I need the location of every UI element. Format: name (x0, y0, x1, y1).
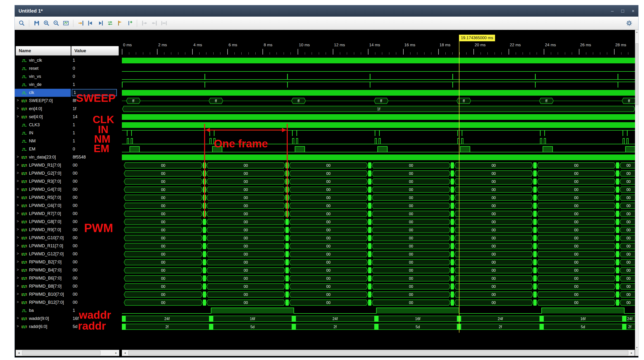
name-column-header[interactable]: Name (16, 46, 71, 55)
svg-text:00: 00 (492, 260, 496, 264)
expand-chevron-icon[interactable]: > (17, 203, 19, 207)
signal-row[interactable]: >LPWMD_R3[7:0]00 (15, 178, 121, 186)
expand-chevron-icon[interactable]: > (17, 324, 19, 329)
value-column-header[interactable]: Value (71, 46, 119, 55)
cursor-time-label[interactable]: 19.174365000 ms (459, 35, 495, 41)
expand-chevron-icon[interactable]: > (17, 114, 19, 119)
cursor-line[interactable] (459, 41, 460, 333)
signal-row[interactable]: >LPWMD_G12[7:0]00 (15, 250, 121, 258)
search-icon[interactable] (17, 19, 26, 28)
signal-row[interactable]: >LPWMD_R7[7:0]00 (15, 210, 121, 218)
next-transition-icon[interactable] (96, 19, 105, 28)
signal-row[interactable]: vin_vs0 (15, 73, 121, 81)
close-icon[interactable]: × (632, 8, 634, 14)
signal-row[interactable]: reset0 (15, 64, 121, 73)
ruler-minor-tick (347, 52, 347, 54)
expand-chevron-icon[interactable]: > (17, 268, 19, 272)
zoom-in-icon[interactable] (42, 19, 51, 28)
expand-chevron-icon[interactable]: > (17, 98, 19, 102)
signal-row[interactable]: IN1 (15, 129, 121, 137)
signal-row[interactable]: >sel[4:0]14 (15, 113, 121, 121)
expand-chevron-icon[interactable]: > (17, 292, 19, 296)
svg-text:00: 00 (244, 277, 248, 281)
wave-horizontal-scrollbar[interactable]: ◄ ► (122, 350, 635, 356)
signal-row[interactable]: >RPWMD_B10[7:0]00 (15, 291, 121, 299)
vertical-scrollbar[interactable]: ▲ ▼ (635, 30, 639, 350)
signal-row[interactable]: >LPWMD_G2[7:0]00 (15, 169, 121, 178)
signal-row[interactable]: vin_de1 (15, 81, 121, 89)
signal-row[interactable]: vin_clk1 (15, 56, 121, 64)
signal-row[interactable]: >RPWMD_B2[7:0]00 (15, 258, 121, 266)
signal-row[interactable]: >RPWMD_B6[7:0]00 (15, 274, 121, 282)
expand-chevron-icon[interactable]: > (17, 276, 19, 280)
signal-row[interactable]: >en[4:0]1f (15, 105, 121, 113)
expand-chevron-icon[interactable]: > (17, 163, 19, 167)
signal-row[interactable]: >LPWMD_R5[7:0]00 (15, 194, 121, 202)
signal-row[interactable]: >RPWMD_B12[7:0]00 (15, 299, 121, 307)
signal-row[interactable]: >LPWMD_G8[7:0]00 (15, 218, 121, 226)
signal-value: 00 (73, 244, 78, 249)
fit-width-icon (160, 19, 168, 28)
expand-chevron-icon[interactable]: > (17, 179, 19, 183)
expand-chevron-icon[interactable]: > (17, 195, 19, 199)
expand-chevron-icon[interactable]: > (17, 187, 19, 191)
svg-text:00: 00 (244, 180, 248, 184)
save-icon[interactable] (32, 19, 41, 28)
scroll-right-icon[interactable]: ► (113, 350, 119, 356)
signal-row[interactable]: CLK31 (15, 121, 121, 129)
prev-transition-icon[interactable] (86, 19, 95, 28)
goto-marker-icon[interactable] (115, 19, 124, 28)
expand-chevron-icon[interactable]: > (17, 211, 19, 216)
zoom-fit-icon[interactable] (61, 19, 70, 28)
scroll-down-icon[interactable]: ▼ (635, 346, 638, 350)
signal-row[interactable]: >LPWMD_G6[7:0]00 (15, 202, 121, 210)
zoom-out-icon[interactable] (52, 19, 60, 28)
expand-left-icon (140, 19, 149, 28)
scrollbar-thumb[interactable] (22, 351, 100, 355)
scrollbar-thumb[interactable] (128, 351, 628, 355)
swap-cursors-icon[interactable] (106, 19, 114, 28)
signal-row[interactable]: ba1 (15, 307, 121, 315)
signal-row[interactable]: >LPWMD_R9[7:0]00 (15, 226, 121, 234)
expand-chevron-icon[interactable]: > (17, 227, 19, 232)
scroll-right-icon[interactable]: ► (629, 350, 634, 356)
signal-row[interactable]: EM0 (15, 145, 121, 153)
add-marker-icon[interactable] (125, 19, 134, 28)
scrollbar-thumb[interactable] (636, 43, 638, 105)
expand-chevron-icon[interactable]: > (17, 316, 19, 320)
panel-horizontal-scrollbar[interactable]: ◄ ► (16, 350, 119, 356)
expand-chevron-icon[interactable]: > (17, 235, 19, 240)
signal-row[interactable]: >vin_data[23:0]8f5548 (15, 153, 121, 161)
signal-row[interactable]: >SWEEP[7:0]8f (15, 97, 121, 105)
expand-chevron-icon[interactable]: > (17, 252, 19, 256)
minimize-icon[interactable]: – (611, 8, 614, 14)
signal-row[interactable]: >RPWMD_B8[7:0]00 (15, 282, 121, 291)
expand-chevron-icon[interactable]: > (17, 284, 19, 288)
signal-row[interactable]: >raddr[6:0]5d (15, 323, 121, 331)
scroll-up-icon[interactable]: ▲ (635, 30, 638, 34)
restore-icon[interactable]: □ (621, 8, 624, 14)
expand-chevron-icon[interactable]: > (17, 244, 19, 248)
goto-time-icon[interactable] (76, 19, 85, 28)
signal-row[interactable]: >waddr[9:0]16f (15, 315, 121, 323)
scalar-signal-icon (22, 147, 27, 153)
expand-chevron-icon[interactable]: > (17, 106, 19, 111)
signal-row[interactable]: NM1 (15, 137, 121, 145)
expand-chevron-icon[interactable]: > (17, 219, 19, 224)
signal-row[interactable]: >LPWMD_G10[7:0]00 (15, 234, 121, 242)
scroll-left-icon[interactable]: ◄ (16, 350, 22, 356)
timeline-ruler[interactable]: 0 ms2 ms4 ms6 ms8 ms10 ms12 ms14 ms16 ms… (122, 42, 636, 55)
expand-chevron-icon[interactable]: > (17, 300, 19, 304)
signal-row[interactable]: >LPWMD_R11[7:0]00 (15, 242, 121, 250)
expand-chevron-icon[interactable]: > (17, 171, 19, 175)
signal-row[interactable]: >LPWMD_R1[7:0]00 (15, 161, 121, 169)
signal-row[interactable]: clk1 (15, 89, 121, 97)
signal-row[interactable]: >LPWMD_G4[7:0]00 (15, 186, 121, 194)
signal-row[interactable]: >RPWMD_B4[7:0]00 (15, 266, 121, 274)
settings-gear-icon[interactable] (624, 19, 634, 28)
waveform-canvas[interactable]: ffffffffffffff1f000000000000000000000000… (122, 56, 636, 331)
expand-chevron-icon[interactable]: > (17, 260, 19, 264)
scroll-left-icon[interactable]: ◄ (122, 350, 128, 356)
expand-chevron-icon[interactable]: > (17, 155, 19, 159)
ruler-minor-tick (452, 52, 452, 54)
